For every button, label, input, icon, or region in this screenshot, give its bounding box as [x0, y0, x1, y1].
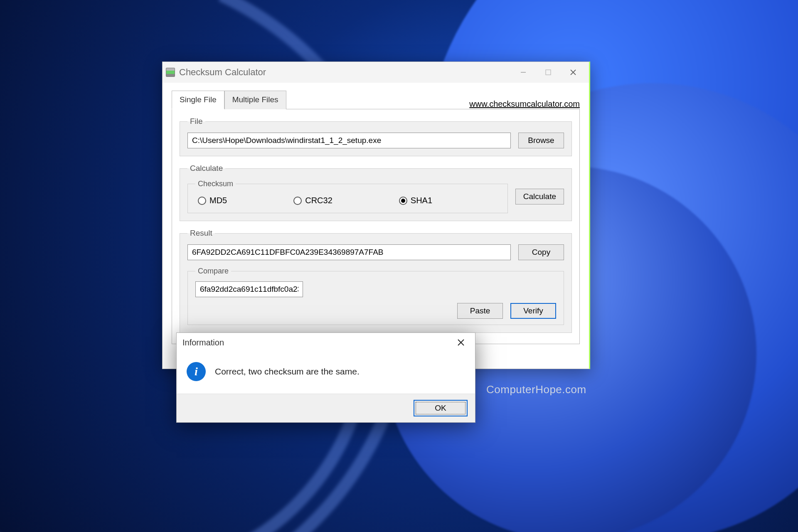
file-group: File Browse: [180, 117, 572, 156]
site-link[interactable]: www.checksumcalculator.com: [469, 99, 580, 109]
radio-sha1-label: SHA1: [411, 196, 432, 205]
radio-md5-label: MD5: [209, 196, 227, 205]
result-group: Result Copy Compare Paste Verify: [180, 229, 572, 333]
maximize-button[interactable]: [536, 62, 561, 83]
calculate-group-legend: Calculate: [187, 164, 225, 173]
checksum-radio-group: Checksum MD5 CRC32: [187, 180, 508, 213]
compare-group: Compare Paste Verify: [187, 267, 564, 325]
dialog-message: Correct, two checksum are the same.: [215, 367, 360, 377]
radio-crc32-label: CRC32: [305, 196, 332, 205]
radio-icon: [198, 197, 206, 205]
dialog-titlebar[interactable]: Information: [177, 333, 475, 352]
desktop-background: ComputerHope.com Checksum Calculator: [0, 0, 798, 532]
radio-icon: [293, 197, 302, 205]
tab-multiple-files[interactable]: Multiple Files: [224, 91, 286, 109]
copy-button[interactable]: Copy: [518, 244, 564, 260]
client-area: Single File Multiple Files www.checksumc…: [163, 83, 589, 369]
close-button[interactable]: [561, 62, 586, 83]
information-dialog: Information i Correct, two checksum are …: [176, 332, 475, 423]
close-icon: [457, 338, 465, 347]
radio-crc32[interactable]: CRC32: [293, 196, 332, 205]
file-path-input[interactable]: [187, 133, 511, 148]
titlebar[interactable]: Checksum Calculator: [163, 62, 589, 83]
app-icon: [166, 68, 175, 77]
checksum-legend: Checksum: [195, 180, 236, 188]
radio-icon: [399, 197, 407, 205]
result-hash-output[interactable]: [187, 244, 511, 260]
watermark-text: ComputerHope.com: [486, 383, 586, 396]
window-title: Checksum Calculator: [179, 67, 511, 78]
paste-button[interactable]: Paste: [457, 303, 503, 319]
compare-input[interactable]: [195, 281, 303, 297]
calculate-group: Calculate Checksum MD5: [180, 164, 572, 221]
tab-page-single-file: File Browse Calculate Checksum: [172, 109, 580, 344]
verify-button[interactable]: Verify: [510, 303, 556, 319]
svg-rect-1: [546, 70, 551, 75]
file-group-legend: File: [187, 117, 205, 126]
result-group-legend: Result: [187, 229, 215, 238]
calculate-button[interactable]: Calculate: [515, 189, 564, 204]
dialog-close-button[interactable]: [453, 334, 469, 351]
checksum-calculator-window: Checksum Calculator Single File Multiple…: [162, 62, 590, 369]
dialog-title: Information: [182, 338, 453, 347]
radio-md5[interactable]: MD5: [198, 196, 227, 205]
tab-single-file[interactable]: Single File: [172, 91, 224, 109]
maximize-icon: [545, 69, 552, 76]
info-icon: i: [187, 362, 206, 381]
minimize-icon: [520, 69, 527, 76]
close-icon: [569, 69, 577, 76]
minimize-button[interactable]: [511, 62, 536, 83]
browse-button[interactable]: Browse: [518, 133, 564, 148]
tab-strip: Single File Multiple Files: [172, 90, 286, 109]
radio-sha1[interactable]: SHA1: [399, 196, 432, 205]
ok-button[interactable]: OK: [414, 400, 468, 416]
compare-legend: Compare: [195, 267, 231, 276]
